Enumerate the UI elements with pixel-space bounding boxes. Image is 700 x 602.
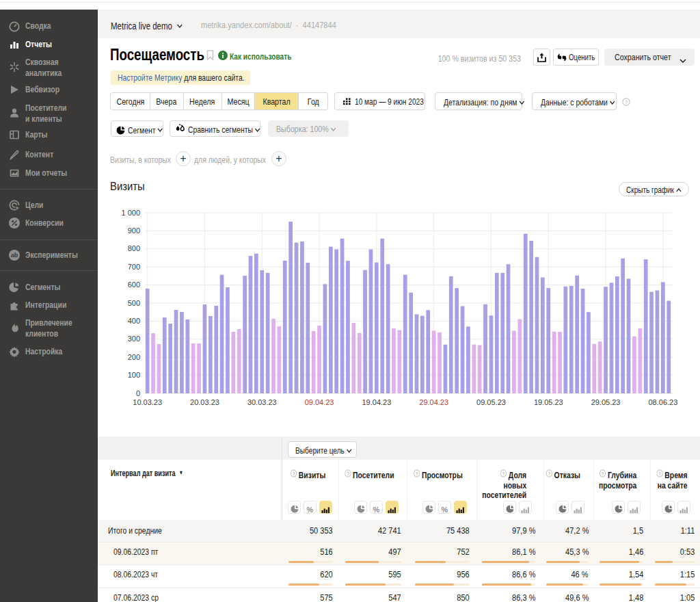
- svg-text:09.04.23: 09.04.23: [305, 398, 334, 406]
- svg-text:?: ?: [659, 470, 662, 477]
- svg-text:100: 100: [128, 371, 140, 379]
- svg-text:09.05.23: 09.05.23: [476, 398, 506, 406]
- svg-text:1 000: 1 000: [121, 209, 140, 217]
- svg-text:08.06.23: 08.06.23: [648, 398, 677, 406]
- svg-text:0: 0: [136, 389, 140, 397]
- svg-text:500: 500: [128, 299, 140, 307]
- svg-text:700: 700: [128, 263, 140, 271]
- svg-text:600: 600: [128, 280, 140, 289]
- svg-text:29.05.23: 29.05.23: [591, 398, 621, 406]
- svg-text:19.04.23: 19.04.23: [362, 398, 391, 406]
- svg-text:200: 200: [128, 353, 140, 361]
- svg-text:19.05.23: 19.05.23: [534, 398, 563, 406]
- svg-text:400: 400: [128, 317, 140, 325]
- svg-text:20.03.23: 20.03.23: [190, 398, 219, 406]
- svg-text:?: ?: [347, 470, 349, 477]
- svg-text:300: 300: [128, 335, 140, 343]
- svg-text:30.03.23: 30.03.23: [247, 398, 277, 406]
- svg-text:900: 900: [128, 226, 140, 235]
- svg-text:10.03.23: 10.03.23: [133, 398, 162, 406]
- svg-text:ab: ab: [11, 252, 18, 259]
- svg-text:800: 800: [128, 244, 140, 252]
- svg-text:29.04.23: 29.04.23: [419, 398, 448, 406]
- svg-text:?: ?: [625, 99, 628, 105]
